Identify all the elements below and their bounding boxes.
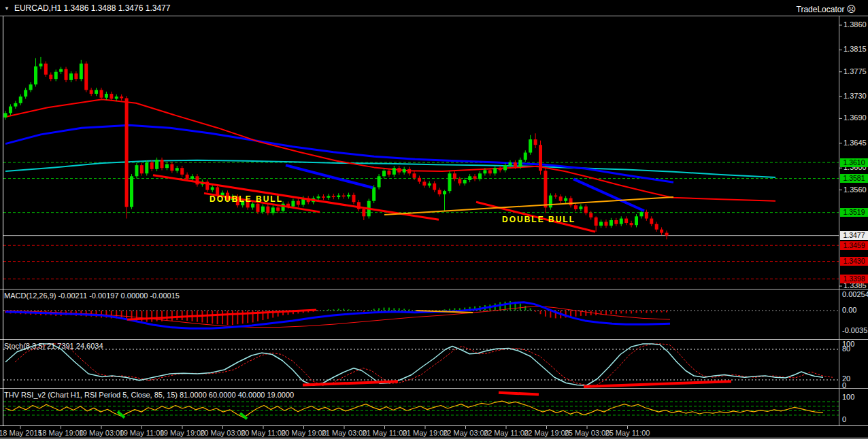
candle-body	[524, 153, 527, 160]
candle-body	[599, 222, 603, 226]
candle-body	[95, 90, 98, 94]
candle-body	[549, 196, 552, 208]
candle-body	[291, 201, 295, 207]
blue-trendline	[286, 165, 373, 188]
macd-axis-label: -0.00351	[842, 326, 868, 334]
candle-body	[347, 195, 350, 196]
candle-body	[660, 230, 663, 233]
stoch-trend-segment	[584, 381, 731, 387]
candle-body	[422, 181, 426, 186]
price-badge-green: 1.3581	[840, 174, 868, 183]
price-axis-label: 1.3690	[844, 113, 867, 122]
candle-body	[413, 173, 416, 177]
candle-body	[407, 169, 411, 173]
candle-body	[534, 139, 537, 145]
candle-body	[170, 164, 173, 171]
price-axis-label: 1.3730	[844, 92, 867, 100]
candle-body	[483, 170, 486, 173]
price-badge-bid: 1.3477	[840, 231, 868, 240]
time-axis-label: 19 May 11:00	[120, 429, 165, 437]
symbol-quote-title: EURCAD,H1 1.3486 1.3488 1.3476 1.3477	[14, 3, 171, 13]
price-axis-label: 1.3560	[844, 186, 867, 194]
chart-canvas[interactable]	[0, 0, 868, 439]
candle-body	[80, 64, 83, 80]
candle-body	[140, 165, 144, 173]
macd-indicator-label: MACD(12,26,9) -0.00211 -0.00197 0.00000 …	[4, 292, 180, 300]
rsi-axis-label: 100	[842, 393, 854, 401]
symbol-dropdown-icon[interactable]: ▼	[4, 5, 10, 12]
candle-body	[54, 72, 58, 80]
candle-body	[49, 75, 52, 79]
candle-body	[105, 94, 108, 98]
candle-body	[650, 219, 653, 224]
candle-body	[655, 224, 658, 230]
time-axis-label: 18 May 19:00	[38, 429, 84, 437]
candle-body	[186, 175, 189, 179]
candle-body	[271, 207, 275, 213]
stoch-axis-label: 0	[842, 381, 846, 389]
candle-body	[282, 204, 285, 211]
red-ma-line	[5, 99, 775, 201]
time-axis-label: 20 May 11:00	[241, 429, 286, 437]
price-badge-green: 1.3519	[840, 208, 868, 217]
stoch-trend-segment	[303, 381, 398, 385]
candle-body	[261, 207, 265, 212]
candle-body	[322, 196, 325, 198]
candle-body	[19, 96, 22, 103]
candle-body	[332, 196, 335, 197]
candle-body	[110, 94, 113, 99]
double-bull-annotation: DOUBLE BULL	[210, 194, 283, 204]
candle-body	[493, 168, 497, 173]
candle-body	[448, 173, 451, 191]
candle-body	[499, 168, 502, 170]
price-badge-red: 1.3459	[840, 241, 868, 250]
candle-body	[65, 69, 68, 80]
candle-body	[337, 196, 340, 197]
candle-body	[145, 162, 148, 173]
stoch-indicator-label: Stoch(8,3,5) 21.7391 24.6034	[4, 342, 103, 350]
time-axis-label: 18 May 2015	[0, 429, 42, 437]
candle-body	[59, 69, 63, 72]
candle-body	[297, 201, 300, 205]
time-axis-label: 21 May 11:00	[363, 429, 407, 437]
time-axis-label: 21 May 19:00	[403, 429, 448, 437]
candle-body	[584, 207, 588, 213]
candle-body	[468, 176, 471, 180]
candle-body	[211, 187, 214, 190]
candle-body	[569, 198, 573, 206]
time-axis-label: 25 May 03:00	[565, 429, 610, 437]
candle-body	[352, 195, 355, 203]
candle-body	[463, 180, 467, 183]
time-axis-label: 22 May 19:00	[524, 429, 569, 437]
candle-body	[403, 169, 406, 173]
sad-face-icon: ☹	[846, 4, 856, 14]
candle-body	[69, 73, 73, 80]
candle-body	[518, 160, 522, 167]
blue-trendline	[573, 179, 644, 211]
candle-body	[503, 165, 507, 170]
double-bull-annotation: DOUBLE BULL	[502, 215, 575, 224]
time-axis-label: 19 May 19:00	[160, 429, 205, 437]
candle-body	[74, 73, 78, 79]
time-axis-label: 21 May 03:00	[322, 429, 367, 437]
price-axis-label: 1.3645	[844, 139, 867, 147]
price-axis-label: 1.3815	[844, 45, 867, 53]
candle-body	[665, 233, 669, 236]
price-badge-red: 1.3430	[840, 257, 868, 266]
candle-body	[473, 176, 477, 179]
candle-body	[14, 103, 17, 107]
candle-body	[574, 205, 578, 209]
candle-body	[125, 99, 129, 207]
candle-body	[443, 191, 446, 194]
price-axis-label: 1.3860	[844, 20, 867, 29]
candle-body	[604, 222, 607, 226]
candle-body	[327, 196, 330, 197]
candle-body	[24, 90, 27, 96]
candle-body	[559, 196, 563, 200]
candle-body	[372, 187, 375, 200]
candle-body	[428, 183, 431, 186]
candle-body	[614, 220, 618, 224]
candle-body	[155, 160, 158, 169]
watermark-text: TradeLocator	[797, 5, 845, 14]
macd-axis-label: 0.00254	[842, 290, 868, 298]
